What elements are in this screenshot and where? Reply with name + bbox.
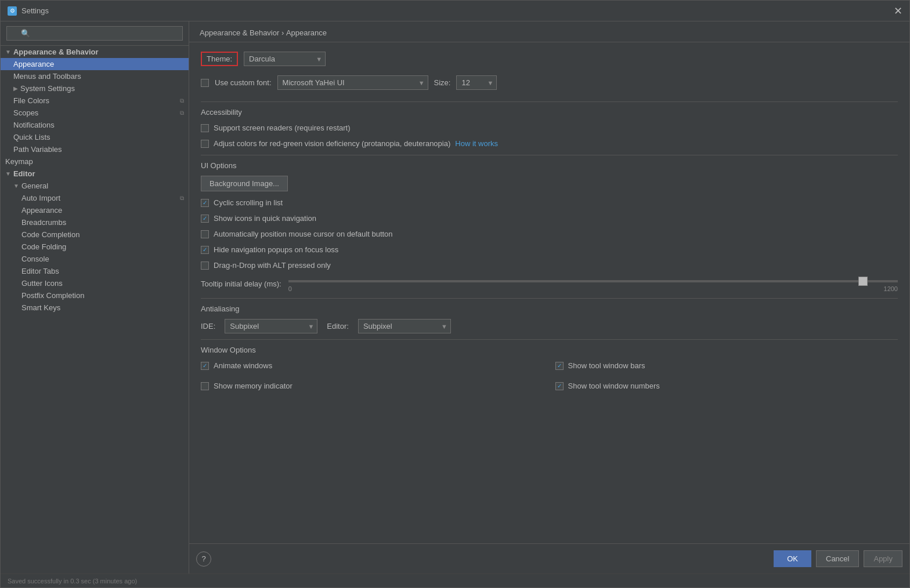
sidebar-item-label: Appearance & Behavior: [13, 48, 99, 56]
sidebar-item-gutter-icons[interactable]: Gutter Icons: [1, 277, 189, 289]
breadcrumb: Appearance & Behavior › Appearance: [189, 21, 909, 42]
sidebar-item-console[interactable]: Console: [1, 253, 189, 265]
drag-drop-checkbox[interactable]: [201, 262, 209, 270]
sidebar-item-label: Gutter Icons: [21, 279, 63, 288]
antialiasing-divider: [201, 298, 898, 299]
show-icons-checkbox[interactable]: [201, 215, 209, 223]
cyclic-list-row: Cyclic scrolling in list: [201, 197, 898, 208]
sidebar-item-label: System Settings: [20, 84, 75, 93]
animate-windows-label: Animate windows: [214, 361, 272, 370]
background-image-button[interactable]: Background Image...: [201, 176, 288, 191]
expand-arrow-editor: ▼: [5, 170, 11, 177]
bottom-bar: ? OK Cancel Apply: [189, 543, 909, 574]
sidebar-item-appearance[interactable]: Appearance: [1, 58, 189, 70]
drag-drop-row: Drag-n-Drop with ALT pressed only: [201, 260, 898, 271]
show-tool-numbers-checkbox[interactable]: [555, 382, 564, 390]
animate-windows-row: Animate windows: [201, 360, 544, 371]
window-options-divider: [201, 339, 898, 340]
ide-aa-select[interactable]: Subpixel Greyscale None: [225, 319, 317, 333]
apply-button[interactable]: Apply: [864, 550, 902, 567]
main-panel: Appearance & Behavior › Appearance Theme…: [189, 21, 909, 574]
sidebar-item-auto-import[interactable]: Auto Import ⧉: [1, 192, 189, 204]
theme-select[interactable]: Darcula IntelliJ High Contrast Windows 1…: [244, 52, 326, 66]
sidebar-item-label: Editor: [13, 169, 35, 178]
sidebar-item-keymap[interactable]: Keymap: [1, 155, 189, 168]
sidebar-item-editor-tabs[interactable]: Editor Tabs: [1, 265, 189, 277]
screen-readers-checkbox[interactable]: [201, 124, 209, 132]
sidebar-item-label: Code Folding: [21, 242, 66, 251]
expand-arrow-appearance-behavior: ▼: [5, 49, 11, 55]
ui-options-divider: [201, 155, 898, 155]
sidebar-item-quick-lists[interactable]: Quick Lists: [1, 131, 189, 143]
size-select[interactable]: 10 11 12 13 14: [456, 75, 497, 90]
sidebar-item-appearance-editor[interactable]: Appearance: [1, 204, 189, 216]
sidebar-item-label: Notifications: [13, 121, 55, 129]
sidebar-item-postfix-completion[interactable]: Postfix Completion: [1, 289, 189, 302]
antialiasing-title: Antialiasing: [201, 304, 898, 313]
copy-icon: ⧉: [180, 110, 184, 117]
close-button[interactable]: ✕: [894, 6, 902, 16]
search-wrapper: 🔍: [6, 26, 183, 41]
color-adjust-label: Adjust colors for red-green vision defic…: [214, 139, 450, 148]
font-select[interactable]: Microsoft YaHei UI Arial Segoe UI Consol…: [277, 75, 428, 90]
hide-nav-label: Hide navigation popups on focus loss: [214, 245, 338, 254]
title-bar-left: ⚙ Settings: [8, 6, 49, 16]
how-it-works-link[interactable]: How it works: [455, 139, 498, 148]
window-options-grid: Animate windows Show tool window bars Sh…: [201, 360, 898, 396]
search-box: 🔍: [1, 21, 189, 46]
editor-aa-label: Editor:: [327, 322, 349, 331]
sidebar-item-system-settings[interactable]: ▶ System Settings: [1, 82, 189, 95]
color-adjust-checkbox[interactable]: [201, 140, 209, 148]
screen-readers-row: Support screen readers (requires restart…: [201, 122, 898, 133]
ide-aa-select-wrapper: Subpixel Greyscale None ▼: [225, 319, 317, 333]
slider-labels: 0 1200: [288, 285, 898, 292]
sidebar-item-editor[interactable]: ▼ Editor: [1, 168, 189, 180]
app-icon: ⚙: [8, 6, 17, 16]
show-icons-row: Show icons in quick navigation: [201, 213, 898, 224]
sidebar-item-label: Console: [21, 255, 49, 263]
tooltip-slider-container: 0 1200: [288, 275, 898, 292]
sidebar-item-menus-toolbars[interactable]: Menus and Toolbars: [1, 70, 189, 82]
sidebar-item-path-variables[interactable]: Path Variables: [1, 143, 189, 155]
sidebar-item-code-folding[interactable]: Code Folding: [1, 241, 189, 253]
sidebar-item-file-colors[interactable]: File Colors ⧉: [1, 95, 189, 107]
editor-aa-select[interactable]: Subpixel Greyscale None: [358, 319, 451, 333]
sidebar-item-general[interactable]: ▼ General: [1, 180, 189, 192]
cancel-button[interactable]: Cancel: [816, 550, 859, 567]
show-memory-checkbox[interactable]: [201, 382, 209, 390]
sidebar-item-label: General: [21, 182, 48, 190]
settings-content: Theme: Darcula IntelliJ High Contrast Wi…: [189, 42, 909, 543]
help-button[interactable]: ?: [196, 551, 211, 567]
font-select-wrapper: Microsoft YaHei UI Arial Segoe UI Consol…: [277, 75, 428, 90]
sidebar-item-code-completion[interactable]: Code Completion: [1, 228, 189, 241]
ok-button[interactable]: OK: [774, 550, 811, 567]
content-area: 🔍 ▼ Appearance & Behavior Appearance Men…: [1, 21, 909, 574]
sidebar-item-smart-keys[interactable]: Smart Keys: [1, 302, 189, 314]
animate-windows-checkbox[interactable]: [201, 362, 209, 370]
show-tool-bars-checkbox[interactable]: [555, 362, 564, 370]
color-adjust-row: Adjust colors for red-green vision defic…: [201, 138, 898, 149]
sidebar-item-breadcrumbs[interactable]: Breadcrumbs: [1, 216, 189, 228]
sidebar-item-scopes[interactable]: Scopes ⧉: [1, 107, 189, 119]
tooltip-label: Tooltip initial delay (ms):: [201, 280, 281, 288]
show-tool-numbers-label: Show tool window numbers: [568, 382, 660, 390]
sidebar-item-appearance-behavior[interactable]: ▼ Appearance & Behavior: [1, 46, 189, 58]
hide-nav-checkbox[interactable]: [201, 246, 209, 254]
sidebar-item-label: Auto Import: [21, 194, 60, 202]
sidebar-item-label: Quick Lists: [13, 133, 50, 141]
sidebar-item-label: Postfix Completion: [21, 291, 84, 300]
breadcrumb-current: Appearance: [286, 28, 327, 37]
sidebar-item-label: Code Completion: [21, 230, 80, 239]
auto-mouse-checkbox[interactable]: [201, 230, 209, 238]
sidebar-item-notifications[interactable]: Notifications: [1, 119, 189, 131]
tooltip-slider[interactable]: [288, 280, 898, 282]
status-text: Saved successfully in 0.3 sec (3 minutes…: [8, 578, 137, 585]
custom-font-checkbox[interactable]: [201, 79, 209, 87]
show-memory-label: Show memory indicator: [214, 382, 292, 390]
cyclic-list-checkbox[interactable]: [201, 199, 209, 207]
font-row: Use custom font: Microsoft YaHei UI Aria…: [201, 75, 898, 90]
bg-image-row: Background Image...: [201, 176, 898, 191]
accessibility-divider: [201, 101, 898, 102]
search-input[interactable]: [6, 26, 183, 41]
ide-aa-label: IDE:: [201, 322, 215, 331]
